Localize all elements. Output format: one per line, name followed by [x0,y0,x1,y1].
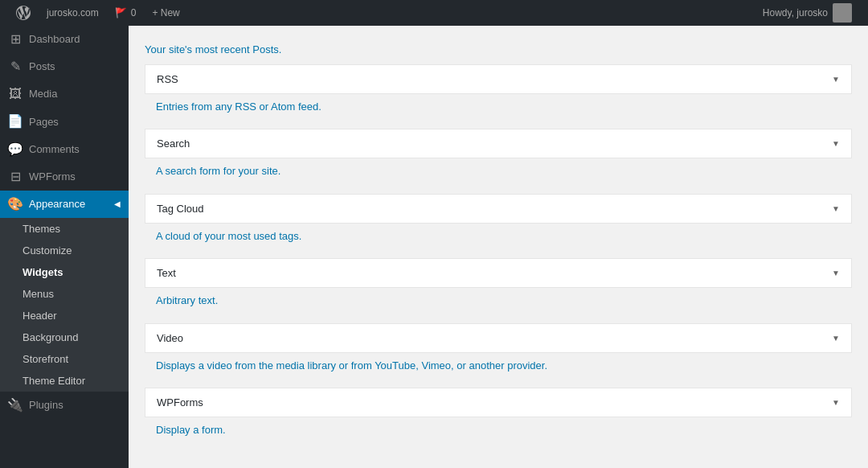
widget-group-search: Search ▼ A search form for your site. [145,129,852,187]
widget-header-wpforms[interactable]: WPForms ▼ [145,388,851,417]
widget-title-text: Text [157,267,176,279]
site-name-button[interactable]: jurosko.com [39,0,107,26]
sidebar-item-label: Comments [29,142,80,157]
chevron-down-icon: ▼ [832,269,840,277]
widget-title-tag-cloud: Tag Cloud [157,203,204,215]
howdy-section[interactable]: Howdy, jurosko [755,3,860,23]
arrow-icon: ◀ [114,199,121,210]
sidebar-item-label: Plugins [29,398,63,413]
widget-item-rss: RSS ▼ [145,64,852,94]
sidebar-item-label: Appearance [29,197,85,211]
admin-bar-left: jurosko.com 🚩 0 + New [8,0,755,26]
sidebar-item-wpforms[interactable]: ⊟ WPForms [0,163,129,191]
widget-desc-rss: Entries from any RSS or Atom feed. [145,94,852,123]
widget-header-search[interactable]: Search ▼ [145,129,851,158]
sidebar-item-menus[interactable]: Menus [0,283,129,305]
sidebar-item-label: WPForms [29,170,76,184]
sidebar-item-label: Posts [29,60,55,74]
media-icon: 🖼 [8,87,23,101]
widget-desc-video: Displays a video from the media library … [145,353,852,382]
chevron-down-icon: ▼ [832,139,840,148]
sidebar-item-storefront[interactable]: Storefront [0,348,129,370]
widget-title-wpforms: WPForms [157,396,203,408]
widget-item-text: Text ▼ [145,258,852,288]
widget-title-rss: RSS [157,73,178,85]
widget-item-wpforms: WPForms ▼ [145,388,852,417]
sidebar-item-label: Pages [29,115,59,129]
posts-icon: ✎ [8,60,23,74]
sidebar-item-pages[interactable]: 📄 Pages [0,109,129,136]
sidebar-item-background[interactable]: Background [0,326,129,348]
sidebar-item-header[interactable]: Header [0,305,129,326]
sidebar-item-appearance[interactable]: 🎨 Appearance ◀ [0,191,129,218]
widget-desc-text: Arbitrary text. [145,288,852,317]
widget-header-video[interactable]: Video ▼ [145,324,851,352]
appearance-submenu: Themes Customize Widgets Menus Header Ba… [0,218,129,392]
widget-title-video: Video [157,332,183,344]
sidebar-item-comments[interactable]: 💬 Comments [0,136,129,163]
widget-header-rss[interactable]: RSS ▼ [145,65,851,93]
content-area: Your site's most recent Posts. RSS ▼ Ent… [129,26,868,468]
widget-group-wpforms: WPForms ▼ Display a form. [145,388,852,446]
admin-bar-right: Howdy, jurosko [755,3,860,23]
widget-group-rss: RSS ▼ Entries from any RSS or Atom feed. [145,64,852,123]
widget-group-video: Video ▼ Displays a video from the media … [145,323,852,382]
widget-title-search: Search [157,138,190,150]
sidebar-item-label: Dashboard [29,32,80,47]
widget-desc-tag-cloud: A cloud of your most used tags. [145,224,852,252]
widget-desc-search: A search form for your site. [145,158,852,187]
widget-group-tag-cloud: Tag Cloud ▼ A cloud of your most used ta… [145,194,852,252]
avatar [833,3,852,23]
comments-count: 0 [131,7,137,18]
sidebar-item-plugins[interactable]: 🔌 Plugins [0,392,129,419]
howdy-label: Howdy, jurosko [763,7,828,18]
new-button[interactable]: + New [144,0,187,26]
chevron-down-icon: ▼ [832,75,840,84]
widget-item-search: Search ▼ [145,129,852,158]
sidebar-item-widgets[interactable]: Widgets [0,261,129,283]
flag-icon: 🚩 [115,7,127,18]
comments-icon: 💬 [8,142,23,157]
chevron-down-icon: ▼ [832,204,840,213]
comments-button[interactable]: 🚩 0 [107,0,145,26]
sidebar: ⊞ Dashboard ✎ Posts 🖼 Media 📄 Pages 💬 Co… [0,26,129,468]
plugins-icon: 🔌 [8,398,23,413]
pages-icon: 📄 [8,115,23,129]
widget-header-tag-cloud[interactable]: Tag Cloud ▼ [145,195,851,223]
site-name-label: jurosko.com [47,7,99,18]
main-layout: ⊞ Dashboard ✎ Posts 🖼 Media 📄 Pages 💬 Co… [0,26,868,468]
sidebar-item-dashboard[interactable]: ⊞ Dashboard [0,26,129,53]
sidebar-item-media[interactable]: 🖼 Media [0,80,129,108]
appearance-icon: 🎨 [8,197,23,211]
sidebar-item-customize[interactable]: Customize [0,240,129,261]
widget-item-video: Video ▼ [145,323,852,353]
sidebar-item-theme-editor[interactable]: Theme Editor [0,370,129,392]
wp-logo-button[interactable] [8,0,39,26]
chevron-down-icon: ▼ [832,334,840,343]
dashboard-icon: ⊞ [8,32,23,47]
sidebar-item-label: Media [29,87,57,101]
widget-item-tag-cloud: Tag Cloud ▼ [145,194,852,224]
sidebar-item-posts[interactable]: ✎ Posts [0,53,129,80]
new-label: + New [152,7,179,18]
widget-group-text: Text ▼ Arbitrary text. [145,258,852,317]
chevron-down-icon: ▼ [832,398,840,407]
top-description: Your site's most recent Posts. [145,42,852,64]
admin-bar: jurosko.com 🚩 0 + New Howdy, jurosko [0,0,868,26]
widget-desc-wpforms: Display a form. [145,417,852,446]
widget-header-text[interactable]: Text ▼ [145,259,851,287]
wpforms-icon: ⊟ [8,170,23,184]
sidebar-item-themes[interactable]: Themes [0,218,129,240]
